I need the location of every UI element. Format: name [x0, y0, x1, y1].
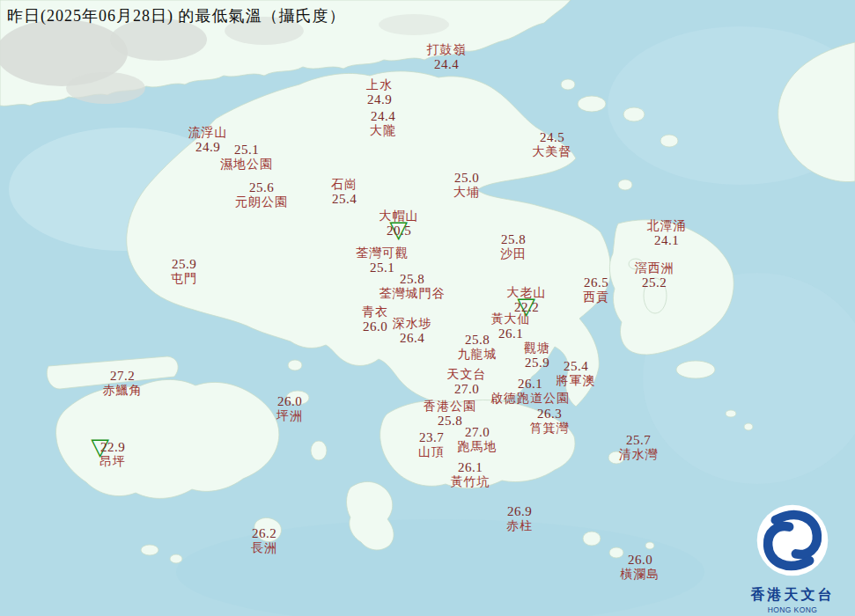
station-name: 香港公園: [424, 400, 476, 414]
weather-station: 清水灣 ▽25.7: [619, 433, 659, 461]
station-name: 北潭涌: [647, 219, 687, 233]
station-temperature: ▽26.0: [363, 319, 387, 334]
hko-logo-block: 香港天文台 HONG KONG OBSERVATORY: [738, 502, 847, 616]
temperature-value: 26.0: [628, 553, 652, 567]
station-temperature: ▽24.1: [654, 232, 679, 247]
temperature-value: 26.1: [518, 377, 542, 391]
station-temperature: ▽20.5: [387, 223, 411, 238]
station-name: 石崗: [331, 178, 357, 192]
weather-station: 西貢 ▽26.5: [583, 275, 609, 304]
station-layer: 打鼓嶺 ▽24.4 上水 ▽24.9 大隴 ▽24.4 流浮山 ▽24.9 濕地…: [0, 0, 855, 616]
station-name: 大隴: [370, 124, 396, 138]
station-name: 山頂: [418, 445, 445, 459]
temperature-value: 26.1: [498, 326, 523, 340]
station-temperature: ▽25.9: [172, 257, 196, 272]
station-name: 西貢: [583, 290, 609, 304]
station-name: 青衣: [362, 305, 388, 319]
station-temperature: ▽27.2: [110, 369, 135, 384]
temperature-value: 26.3: [537, 407, 562, 421]
station-name: 九龍城: [458, 348, 498, 362]
temperature-value: 25.0: [454, 171, 479, 185]
weather-station: 長洲 ▽26.2: [251, 526, 277, 554]
station-temperature: ▽25.9: [525, 355, 549, 370]
temperature-value: 25.4: [564, 359, 588, 373]
weather-station: 天文台 ▽27.0: [447, 368, 487, 396]
station-name: 橫瀾島: [621, 568, 660, 582]
station-temperature: ▽25.2: [642, 275, 667, 290]
weather-station: 荃灣可觀 ▽25.1: [356, 246, 409, 275]
weather-station: 跑馬地 ▽27.0: [458, 425, 498, 453]
station-temperature: ▽24.5: [540, 130, 564, 145]
station-name: 沙田: [500, 247, 527, 261]
temperature-value: 26.0: [277, 394, 302, 408]
temperature-value: 26.9: [507, 504, 532, 518]
weather-station: 屯門 ▽25.9: [171, 257, 197, 285]
weather-station: 石崗 ▽25.4: [331, 178, 357, 206]
station-temperature: ▽25.4: [564, 359, 588, 374]
temperature-value: 23.7: [419, 430, 444, 444]
hko-logo-english: HONG KONG OBSERVATORY: [738, 605, 847, 616]
station-name: 跑馬地: [458, 440, 498, 454]
weather-station: 大帽山 ▽20.5: [380, 209, 419, 238]
station-temperature: ▽26.2: [252, 526, 276, 541]
station-name: 黃竹坑: [451, 475, 490, 489]
station-name: 深水埗: [393, 317, 432, 331]
temperature-value: 24.1: [654, 232, 679, 246]
station-name: 大美督: [533, 145, 572, 159]
station-temperature: ▽25.7: [626, 433, 651, 448]
temperature-value: 25.8: [501, 232, 526, 246]
weather-station: 香港公園 ▽25.8: [424, 400, 476, 428]
station-name: 坪洲: [276, 409, 303, 423]
station-temperature: ▽25.8: [400, 272, 424, 287]
station-name: 打鼓嶺: [427, 43, 467, 57]
station-temperature: ▽25.0: [454, 171, 479, 186]
station-temperature: ▽26.1: [458, 460, 483, 475]
temperature-value: 25.1: [234, 143, 259, 157]
station-name: 流浮山: [188, 126, 228, 140]
weather-station: 打鼓嶺 ▽24.4: [427, 43, 467, 71]
station-name: 天文台: [447, 368, 487, 382]
weather-station: 赤柱 ▽26.9: [506, 504, 533, 532]
station-name: 赤鱲角: [103, 384, 143, 398]
weather-station: 黃竹坑 ▽26.1: [451, 460, 490, 488]
station-temperature: ▽27.0: [465, 425, 490, 440]
temperature-value: 24.9: [367, 92, 392, 106]
weather-station: 大美督 ▽24.5: [533, 130, 572, 158]
station-temperature: ▽24.9: [367, 92, 392, 106]
station-temperature: ▽26.1: [498, 326, 523, 341]
temperature-value: 26.0: [363, 319, 387, 333]
weather-station: 筲箕灣 ▽26.3: [530, 407, 570, 435]
temperature-value: 25.4: [332, 191, 357, 205]
station-temperature: ▽24.4: [434, 56, 459, 71]
station-name: 黃大仙: [491, 312, 531, 326]
station-temperature: ▽25.8: [465, 333, 490, 348]
station-temperature: ▽26.4: [400, 330, 424, 345]
station-name: 屯門: [171, 272, 197, 286]
temperature-value: 25.8: [465, 333, 490, 347]
station-temperature: ▽24.4: [371, 109, 395, 124]
station-temperature: ▽26.0: [277, 394, 302, 409]
weather-station: 啟德跑道公園 ▽26.1: [490, 377, 570, 405]
weather-station: 坪洲 ▽26.0: [276, 394, 303, 422]
temperature-value: 25.6: [249, 180, 274, 194]
station-name: 長洲: [251, 541, 277, 555]
weather-station: 九龍城 ▽25.8: [458, 333, 498, 361]
temperature-value: 24.4: [434, 56, 459, 70]
weather-station: 赤鱲角 ▽27.2: [103, 369, 143, 397]
temperature-value: 24.9: [195, 139, 220, 153]
temperature-value: 27.2: [110, 369, 135, 383]
station-name: 大埔: [453, 186, 480, 200]
station-temperature: ▽23.7: [419, 430, 444, 445]
temperature-value: 24.5: [540, 130, 564, 144]
weather-station: 深水埗 ▽26.4: [393, 317, 432, 345]
temperature-value: 26.4: [400, 330, 424, 344]
station-name: 啟德跑道公園: [490, 392, 570, 406]
temperature-value: 25.9: [172, 257, 196, 271]
weather-station: 濕地公園 ▽25.1: [220, 143, 273, 171]
station-name: 元朗公園: [235, 195, 288, 209]
temperature-value: 25.8: [400, 272, 424, 286]
temperature-value: 25.2: [642, 275, 667, 289]
temperature-value: 25.7: [626, 433, 651, 447]
station-temperature: ▽25.1: [234, 143, 259, 158]
hko-logo-chinese: 香港天文台: [738, 586, 847, 605]
